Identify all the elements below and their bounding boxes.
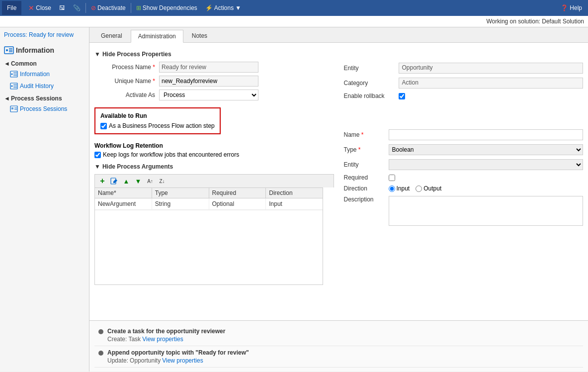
help-icon: ❓ [561,4,568,11]
unique-name-row: Unique Name [104,76,334,87]
args-sort-asc-button[interactable]: A↑ [145,176,156,186]
deactivate-icon: ⊘ [91,4,96,11]
args-toggle-icon[interactable]: ▼ [94,163,100,170]
bpf-checkbox-row: As a Business Process Flow action step [100,122,215,129]
close-label: Close [36,4,51,11]
action-subtitle-0: Create: Task View properties [107,336,579,343]
workflow-log-section: Workflow Log Retention Keep logs for wor… [94,142,334,158]
arg-direction-cell: Input [266,198,323,209]
arg-type-select[interactable]: Boolean DateTime Decimal Entity EntityCo… [389,144,584,155]
sidebar-header-title: Information [16,46,54,54]
arg-entity-select[interactable] [389,159,584,170]
tab-general[interactable]: General [93,29,130,42]
direction-input-radio[interactable] [389,186,395,192]
svg-point-11 [11,86,13,87]
close-button[interactable]: ✕ Close [24,1,55,15]
file-button[interactable]: File [2,1,21,15]
col-header-direction: Direction [266,188,323,198]
tab-notes[interactable]: Notes [184,29,215,42]
arg-direction-row: Direction Input Output [344,185,584,192]
svg-rect-16 [11,107,13,109]
process-name-input[interactable] [159,62,258,73]
hide-process-arguments-label: Hide Process Arguments [102,163,173,170]
args-sort-desc-button[interactable]: Z↓ [157,176,168,186]
action-item-1: Append opportunity topic with "Ready for… [94,346,583,368]
keep-logs-checkbox[interactable] [94,152,101,158]
sidebar-audit-history-label: Audit History [20,83,54,90]
attach-button[interactable]: 📎 [69,1,84,15]
arg-name-input[interactable] [389,129,584,140]
action-title-1: Append opportunity topic with "Ready for… [107,349,579,356]
information-icon [4,45,14,55]
view-properties-link-1[interactable]: View properties [162,357,203,364]
arg-required-checkbox[interactable] [389,175,395,181]
entity-row: Entity Opportunity [344,63,584,74]
information-item-icon [10,70,18,78]
show-dependencies-label: Show Dependencies [143,4,197,11]
common-collapse-icon: ◄ [4,60,10,67]
separator [85,3,86,13]
actions-label: Actions [214,4,234,11]
content-area: General Administration Notes ▼ Hide Proc… [89,27,588,372]
arg-type-row: Type * Boolean DateTime Decimal Entity E… [344,144,584,155]
col-header-required: Required [209,188,266,198]
sidebar-item-audit-history[interactable]: Audit History [0,80,89,92]
save-icon: 🖫 [59,4,65,11]
sidebar-process-sessions-label: Process Sessions [20,105,67,112]
tab-administration[interactable]: Administration [131,30,183,43]
sidebar-item-process-sessions[interactable]: Process Sessions [0,103,89,115]
sidebar-item-information[interactable]: Information [0,68,89,80]
keep-logs-label: Keep logs for workflow jobs that encount… [103,151,239,158]
args-add-button[interactable]: + [97,176,108,186]
deactivate-label: Deactivate [97,4,126,11]
content-body: ▼ Hide Process Properties Process Name U… [89,43,588,320]
save-button[interactable]: 🖫 [55,1,69,15]
solution-bar: Working on solution: Default Solution [0,16,588,27]
common-group-label: ◄ Common [0,57,89,68]
category-row: Category Action [344,78,584,89]
arg-required-row: Required [344,174,584,181]
close-icon: ✕ [28,4,34,12]
action-content-1: Append opportunity topic with "Ready for… [107,349,579,364]
action-subtitle-1: Update: Opportunity View properties [107,357,579,364]
args-up-button[interactable]: ▲ [121,176,132,186]
bpf-checkbox[interactable] [100,123,107,129]
svg-point-6 [11,74,13,75]
actions-chevron-icon: ▼ [235,4,241,11]
available-to-run-title: Available to Run [100,112,215,119]
deactivate-button[interactable]: ⊘ Deactivate [87,1,130,15]
unique-name-input[interactable] [159,76,258,87]
right-column: Entity Opportunity Category Action Enabl… [344,48,584,285]
args-table-header: Name* Type Required Direction [95,188,323,198]
arg-description-textarea[interactable] [389,196,584,226]
activate-as-select[interactable]: Process Process Template [159,90,258,100]
enable-rollback-checkbox[interactable] [399,93,405,99]
view-properties-link-0[interactable]: View properties [142,336,183,343]
table-row[interactable]: NewArgument String Optional Input [95,198,323,210]
direction-input-label: Input [389,185,410,192]
action-subtitle-action-1: Update: [107,357,128,364]
args-down-button[interactable]: ▼ [133,176,144,186]
arg-type-cell: String [152,198,209,209]
help-label: Help [570,4,582,11]
section-toggle-icon[interactable]: ▼ [94,51,100,58]
action-bullet-0 [98,329,103,334]
actions-icon: ⚡ [205,4,213,11]
arg-direction-label: Direction [344,185,389,192]
separator2 [131,3,131,13]
args-edit-button[interactable] [109,176,120,186]
arg-description-label: Description [344,196,389,203]
help-area: ❓ Help [561,4,586,11]
solution-label: Working on solution: Default Solution [486,18,584,25]
available-to-run-box: Available to Run As a Business Process F… [94,107,221,134]
show-dependencies-button[interactable]: ⊞ Show Dependencies [132,1,201,15]
enable-rollback-label: Enable rollback [344,93,399,99]
actions-button[interactable]: ⚡ Actions ▼ [201,1,245,15]
col-header-type: Type [152,188,209,198]
activate-as-row: Activate As Process Process Template [104,90,334,100]
activate-as-label: Activate As [104,92,159,98]
category-value: Action [399,78,584,89]
direction-output-radio[interactable] [416,186,422,192]
arg-name-cell: NewArgument [95,198,152,209]
entity-label: Entity [344,65,399,72]
